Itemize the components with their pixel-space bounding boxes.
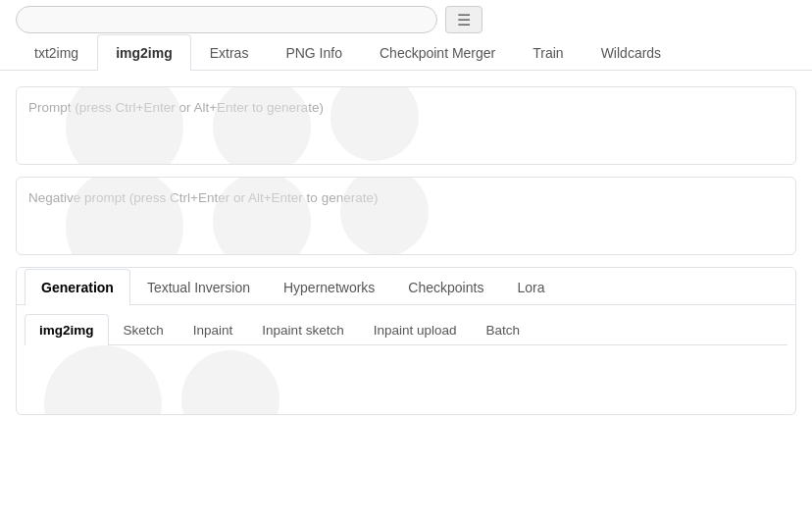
decorative-circle-3 <box>330 86 419 161</box>
tab-train[interactable]: Train <box>514 34 582 71</box>
gen-tab-lora[interactable]: Lora <box>500 269 561 305</box>
sub-tab-inpaint[interactable]: Inpaint <box>178 314 248 345</box>
tab-txt2img[interactable]: txt2img <box>16 34 97 71</box>
toggle-button[interactable]: ☰ <box>445 6 482 33</box>
decorative-circle-6 <box>340 177 429 255</box>
decorative-circle-8 <box>181 350 279 414</box>
gen-tab-generation[interactable]: Generation <box>25 269 130 305</box>
sub-tab-img2img[interactable]: img2img <box>25 314 109 345</box>
decorative-circle-1 <box>66 86 183 165</box>
tab-wildcards[interactable]: Wildcards <box>583 34 680 71</box>
sub-content-area <box>25 345 787 414</box>
gen-tab-textual-inversion[interactable]: Textual Inversion <box>130 269 267 305</box>
generation-tabs-container: Generation Textual Inversion Hypernetwor… <box>16 267 796 415</box>
sub-tab-sketch[interactable]: Sketch <box>109 314 178 345</box>
sub-tab-batch[interactable]: Batch <box>471 314 534 345</box>
sub-tabs: img2img Sketch Inpaint Inpaint sketch In… <box>25 313 787 345</box>
negative-prompt-box[interactable]: Negative prompt (press Ctrl+Enter or Alt… <box>16 177 796 255</box>
decorative-circle-4 <box>66 177 183 255</box>
positive-prompt-box[interactable]: Prompt (press Ctrl+Enter or Alt+Enter to… <box>16 86 796 165</box>
gen-tab-hypernetworks[interactable]: Hypernetworks <box>267 269 391 305</box>
decorative-circle-2 <box>213 86 311 165</box>
decorative-circle-7 <box>44 345 162 414</box>
tab-extras[interactable]: Extras <box>191 34 268 71</box>
gen-tab-checkpoints[interactable]: Checkpoints <box>391 269 500 305</box>
tab-checkpoint-merger[interactable]: Checkpoint Merger <box>361 34 514 71</box>
sub-tabs-container: img2img Sketch Inpaint Inpaint sketch In… <box>17 305 795 414</box>
sub-tab-inpaint-sketch[interactable]: Inpaint sketch <box>247 314 358 345</box>
tab-png-info[interactable]: PNG Info <box>267 34 361 71</box>
decorative-circle-5 <box>213 177 311 255</box>
tab-img2img[interactable]: img2img <box>97 34 191 71</box>
sub-tab-inpaint-upload[interactable]: Inpaint upload <box>359 314 472 345</box>
main-nav: txt2img img2img Extras PNG Info Checkpoi… <box>0 33 812 71</box>
generation-tabs: Generation Textual Inversion Hypernetwor… <box>17 268 795 305</box>
